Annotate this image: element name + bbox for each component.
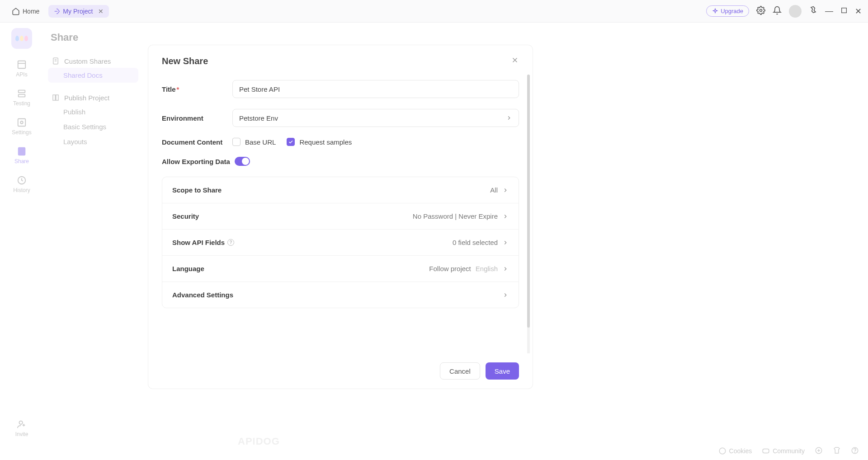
check-icon bbox=[288, 139, 293, 145]
tab-home-label: Home bbox=[23, 8, 39, 15]
settings-panel: Scope to Share All Security No Password … bbox=[162, 177, 519, 308]
checkbox-request-samples[interactable]: Request samples bbox=[287, 138, 352, 146]
notifications-button[interactable] bbox=[773, 6, 782, 17]
checkbox-box bbox=[232, 138, 241, 146]
gear-icon bbox=[756, 6, 765, 15]
svg-rect-1 bbox=[842, 8, 847, 13]
settings-row-advanced[interactable]: Advanced Settings bbox=[162, 282, 519, 308]
chevron-right-icon bbox=[502, 292, 509, 298]
save-button[interactable]: Save bbox=[486, 362, 519, 380]
chevron-right-icon bbox=[502, 266, 509, 272]
maximize-icon bbox=[840, 7, 848, 14]
pin-icon bbox=[809, 6, 818, 15]
title-input[interactable] bbox=[232, 80, 519, 98]
environment-label: Environment bbox=[162, 114, 232, 122]
sparkle-icon bbox=[712, 8, 718, 14]
window-close-button[interactable]: ✕ bbox=[855, 6, 862, 16]
svg-point-0 bbox=[760, 9, 762, 11]
settings-value-text: Follow project bbox=[429, 265, 471, 272]
settings-row-api-fields[interactable]: Show API Fields ? 0 field selected bbox=[162, 230, 519, 256]
tab-home[interactable]: Home bbox=[6, 5, 45, 18]
checkbox-label: Base URL bbox=[245, 138, 276, 146]
chevron-right-icon bbox=[502, 213, 509, 220]
avatar[interactable] bbox=[789, 5, 802, 18]
cancel-button[interactable]: Cancel bbox=[440, 362, 480, 380]
settings-value-text: 0 field selected bbox=[453, 239, 498, 246]
title-bar: Home My Project ✕ Upgrade — ✕ bbox=[0, 0, 868, 23]
home-icon bbox=[12, 7, 20, 15]
environment-value: Petstore Env bbox=[239, 114, 278, 122]
new-share-modal: New Share Title* Environment Petstore En… bbox=[148, 45, 533, 389]
tab-project[interactable]: My Project ✕ bbox=[48, 5, 109, 18]
upgrade-button[interactable]: Upgrade bbox=[706, 5, 749, 17]
settings-value-text: All bbox=[490, 186, 498, 194]
document-content-label: Document Content bbox=[162, 138, 232, 146]
chevron-right-icon bbox=[506, 115, 512, 121]
settings-row-security[interactable]: Security No Password | Never Expire bbox=[162, 203, 519, 230]
settings-row-scope[interactable]: Scope to Share All bbox=[162, 177, 519, 203]
tab-project-label: My Project bbox=[63, 8, 93, 15]
checkbox-box-checked bbox=[287, 138, 295, 146]
pin-button[interactable] bbox=[809, 6, 818, 17]
settings-value-sub: English bbox=[476, 265, 498, 272]
modal-title: New Share bbox=[162, 56, 208, 66]
settings-row-language[interactable]: Language Follow project English bbox=[162, 256, 519, 282]
modal-scrollbar[interactable] bbox=[527, 75, 530, 353]
checkbox-base-url[interactable]: Base URL bbox=[232, 138, 276, 146]
window-maximize-button[interactable] bbox=[840, 7, 848, 16]
upgrade-label: Upgrade bbox=[721, 8, 743, 14]
close-icon bbox=[511, 56, 519, 64]
checkbox-label: Request samples bbox=[299, 138, 352, 146]
chevron-right-icon bbox=[502, 187, 509, 193]
tab-close-icon[interactable]: ✕ bbox=[98, 8, 104, 15]
settings-value-text: No Password | Never Expire bbox=[413, 212, 498, 220]
bell-icon bbox=[773, 6, 782, 15]
info-icon: ? bbox=[227, 239, 234, 246]
window-minimize-button[interactable]: — bbox=[825, 6, 833, 16]
title-label: Title* bbox=[162, 85, 232, 93]
allow-exporting-toggle[interactable] bbox=[235, 157, 250, 166]
environment-select[interactable]: Petstore Env bbox=[232, 109, 519, 127]
modal-close-button[interactable] bbox=[511, 56, 519, 66]
project-icon bbox=[54, 8, 60, 14]
settings-gear-button[interactable] bbox=[756, 6, 765, 17]
allow-exporting-label: Allow Exporting Data bbox=[162, 158, 230, 165]
chevron-right-icon bbox=[502, 239, 509, 246]
